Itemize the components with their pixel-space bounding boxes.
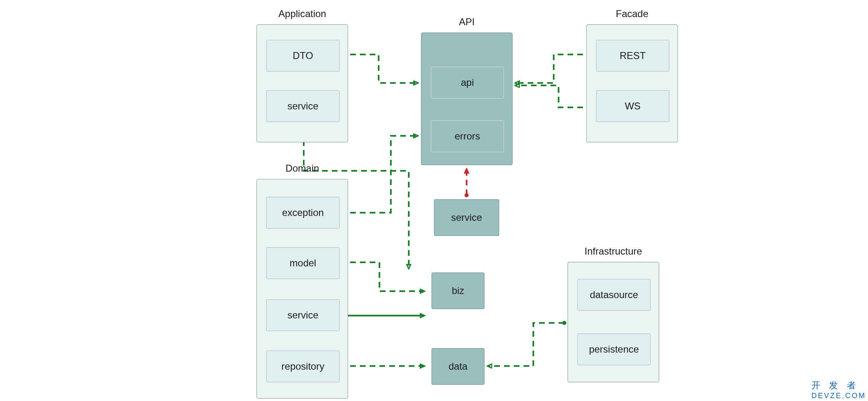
architecture-diagram: Application DTO service API api errors F… [0,0,868,401]
group-title-infrastructure: Infrastructure [568,246,659,257]
module-datasource: datasource [577,279,651,311]
module-dto: DTO [266,40,340,72]
module-service-standalone: service [434,199,499,236]
module-ws: WS [596,90,669,122]
module-errors: errors [431,120,504,152]
module-exception: exception [266,197,340,229]
module-model: model [266,247,340,279]
module-repository: repository [266,351,340,382]
group-title-application: Application [256,8,348,20]
module-biz: biz [432,272,484,309]
edge-ws-to-api [515,85,593,107]
edge-exception-to-errors [340,136,418,213]
module-domain-service: service [266,299,340,331]
module-data: data [432,348,484,385]
watermark-line1: 开 发 者 [811,379,866,392]
watermark-line2: DEVZE.COM [811,392,866,400]
module-persistence: persistence [577,333,651,365]
watermark: 开 发 者 DEVZE.COM [811,379,866,400]
edge-rest-to-api [515,54,593,83]
edge-dto-to-api [340,54,418,83]
edge-infra-to-data [488,323,564,366]
module-app-service: service [266,90,340,122]
edge-model-to-biz [340,262,424,291]
group-title-domain: Domain [256,163,348,174]
module-rest: REST [596,40,669,72]
module-api: api [431,67,504,98]
group-title-api: API [421,16,513,28]
group-title-facade: Facade [586,8,678,20]
